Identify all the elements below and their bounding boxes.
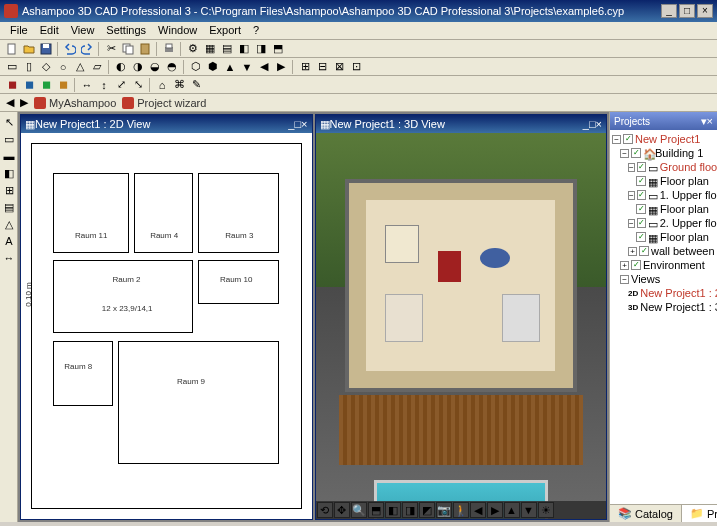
- tree-building[interactable]: − ✓ 🏠 Building 1: [612, 146, 715, 160]
- view3d-canvas[interactable]: ⟲ ✥ 🔍 ⬒ ◧ ◨ ◩ 📷 🚶 ◀ ▶ ▲ ▼ ☀: [316, 133, 607, 519]
- checkbox[interactable]: ✓: [637, 218, 646, 228]
- tab-projects[interactable]: 📁 Projects: [682, 505, 717, 522]
- checkbox[interactable]: ✓: [637, 162, 646, 172]
- wall-icon[interactable]: ▬: [1, 148, 17, 164]
- tool-icon[interactable]: ▯: [21, 59, 37, 75]
- nav-icon[interactable]: ◀: [470, 502, 486, 518]
- panel-close-icon[interactable]: ×: [707, 115, 713, 127]
- tool-icon[interactable]: ◑: [130, 59, 146, 75]
- nav-icon[interactable]: ▼: [521, 502, 537, 518]
- tree-environment[interactable]: + ✓ Environment: [612, 258, 715, 272]
- crumb-myashampoo[interactable]: MyAshampoo: [34, 97, 116, 109]
- new-file-icon[interactable]: [4, 41, 20, 57]
- expand-icon[interactable]: −: [620, 275, 629, 284]
- view-top-icon[interactable]: ⬒: [368, 502, 384, 518]
- view2d-canvas[interactable]: Raum 11 Raum 4 Raum 3 Raum 2 12 x 23,9/1…: [21, 133, 312, 519]
- tool-icon[interactable]: ▭: [4, 59, 20, 75]
- crumb-fwd-icon[interactable]: ▶: [20, 96, 28, 109]
- undo-icon[interactable]: [62, 41, 78, 57]
- checkbox[interactable]: ✓: [639, 246, 649, 256]
- tree-root[interactable]: − ✓ New Project1: [612, 132, 715, 146]
- menu-edit[interactable]: Edit: [34, 22, 65, 39]
- tool-icon[interactable]: ⬒: [270, 41, 286, 57]
- tree-upper-1[interactable]: − ✓ ▭ 1. Upper floor: [612, 188, 715, 202]
- tool-icon[interactable]: ◼: [55, 77, 71, 93]
- checkbox[interactable]: ✓: [631, 148, 641, 158]
- checkbox[interactable]: ✓: [631, 260, 641, 270]
- close-button[interactable]: ×: [697, 4, 713, 18]
- nav-icon[interactable]: ▲: [504, 502, 520, 518]
- tree-view3d[interactable]: 3D New Project1 : 3D View: [612, 300, 715, 314]
- crumb-project-wizard[interactable]: Project wizard: [122, 97, 206, 109]
- tool-icon[interactable]: ⊞: [297, 59, 313, 75]
- expand-icon[interactable]: −: [628, 163, 635, 172]
- expand-icon[interactable]: −: [628, 219, 635, 228]
- checkbox[interactable]: ✓: [636, 204, 646, 214]
- crumb-back-icon[interactable]: ◀: [6, 96, 14, 109]
- nav-icon[interactable]: ▶: [487, 502, 503, 518]
- tool-icon[interactable]: ↕: [96, 77, 112, 93]
- tool-icon[interactable]: ↔: [79, 77, 95, 93]
- tree-floorplan[interactable]: ✓ ▦ Floor plan: [612, 202, 715, 216]
- tool-icon[interactable]: ◼: [4, 77, 20, 93]
- door-icon[interactable]: ◧: [1, 165, 17, 181]
- open-file-icon[interactable]: [21, 41, 37, 57]
- orbit-icon[interactable]: ⟲: [317, 502, 333, 518]
- view2d-max-icon[interactable]: □: [294, 118, 301, 130]
- tool-icon[interactable]: ◐: [113, 59, 129, 75]
- tree-ground-floor[interactable]: − ✓ ▭ Ground floor: [612, 160, 715, 174]
- tool-icon[interactable]: ⌂: [154, 77, 170, 93]
- checkbox[interactable]: ✓: [636, 176, 646, 186]
- menu-window[interactable]: Window: [152, 22, 203, 39]
- menu-export[interactable]: Export: [203, 22, 247, 39]
- expand-icon[interactable]: −: [628, 191, 635, 200]
- expand-icon[interactable]: −: [620, 149, 629, 158]
- tool-icon[interactable]: △: [72, 59, 88, 75]
- tool-icon[interactable]: ⊟: [314, 59, 330, 75]
- tool-icon[interactable]: ◼: [21, 77, 37, 93]
- pointer-icon[interactable]: ↖: [1, 114, 17, 130]
- tool-icon[interactable]: ⤡: [130, 77, 146, 93]
- tool-icon[interactable]: ▶: [273, 59, 289, 75]
- tool-icon[interactable]: ⊠: [331, 59, 347, 75]
- tree-floorplan[interactable]: ✓ ▦ Floor plan: [612, 230, 715, 244]
- measure-icon[interactable]: ↔: [1, 250, 17, 266]
- select-icon[interactable]: ▭: [1, 131, 17, 147]
- tool-icon[interactable]: ▦: [202, 41, 218, 57]
- tool-icon[interactable]: ◇: [38, 59, 54, 75]
- paste-icon[interactable]: [137, 41, 153, 57]
- tool-icon[interactable]: ◀: [256, 59, 272, 75]
- tool-icon[interactable]: ▤: [219, 41, 235, 57]
- tool-icon[interactable]: ○: [55, 59, 71, 75]
- tree-views[interactable]: − Views: [612, 272, 715, 286]
- pan-icon[interactable]: ✥: [334, 502, 350, 518]
- view-front-icon[interactable]: ◧: [385, 502, 401, 518]
- tool-icon[interactable]: ▲: [222, 59, 238, 75]
- text-icon[interactable]: A: [1, 233, 17, 249]
- tool-icon[interactable]: ◼: [38, 77, 54, 93]
- minimize-button[interactable]: _: [661, 4, 677, 18]
- tool-icon[interactable]: ⊡: [348, 59, 364, 75]
- copy-icon[interactable]: [120, 41, 136, 57]
- tool-icon[interactable]: ⬢: [205, 59, 221, 75]
- tool-icon[interactable]: ⤢: [113, 77, 129, 93]
- tool-icon[interactable]: ⬡: [188, 59, 204, 75]
- tool-icon[interactable]: ◓: [164, 59, 180, 75]
- menu-help[interactable]: ?: [247, 22, 265, 39]
- tool-icon[interactable]: ▱: [89, 59, 105, 75]
- view-side-icon[interactable]: ◨: [402, 502, 418, 518]
- checkbox[interactable]: ✓: [623, 134, 633, 144]
- tool-icon[interactable]: ◒: [147, 59, 163, 75]
- tool-icon[interactable]: ⚙: [185, 41, 201, 57]
- checkbox[interactable]: ✓: [636, 232, 646, 242]
- tool-icon[interactable]: ◨: [253, 41, 269, 57]
- tree-upper-2[interactable]: − ✓ ▭ 2. Upper floor: [612, 216, 715, 230]
- tree-wall[interactable]: + ✓ wall between: [612, 244, 715, 258]
- tab-catalog[interactable]: 📚 Catalog: [610, 505, 682, 522]
- window-icon[interactable]: ⊞: [1, 182, 17, 198]
- menu-settings[interactable]: Settings: [100, 22, 152, 39]
- view-persp-icon[interactable]: ◩: [419, 502, 435, 518]
- tree-floorplan[interactable]: ✓ ▦ Floor plan: [612, 174, 715, 188]
- menu-view[interactable]: View: [65, 22, 101, 39]
- view3d-max-icon[interactable]: □: [589, 118, 596, 130]
